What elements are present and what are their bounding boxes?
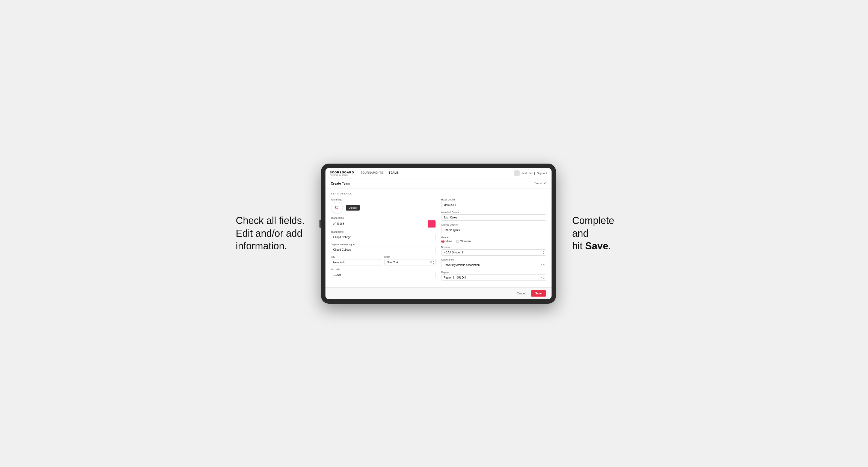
color-field — [331, 220, 436, 228]
right-annotation: Complete and hit Save. — [572, 214, 632, 253]
right-column: Head Coach Assistant Coach Athletic Dire… — [441, 198, 546, 283]
state-subgroup: State ✕ ▲ ▼ — [384, 256, 436, 266]
state-clear-icon[interactable]: ✕ — [430, 261, 432, 263]
state-input[interactable] — [384, 259, 436, 266]
upload-button[interactable]: Upload — [346, 205, 360, 211]
display-name-label: Display name (unique) — [331, 243, 436, 246]
modal-cancel-header[interactable]: Cancel ✕ — [533, 182, 546, 185]
division-select-wrapper: ▲ ▼ — [441, 249, 546, 256]
head-coach-input[interactable] — [441, 202, 546, 208]
conference-group: Conference ✕ ▲ ▼ — [441, 258, 546, 268]
mens-label: Mens — [445, 240, 452, 243]
nav-links: TOURNAMENTS TEAMS — [361, 171, 514, 175]
region-select-wrapper: ✕ ▲ ▼ — [441, 275, 546, 281]
color-swatch[interactable] — [428, 220, 436, 228]
team-name-group: Team name — [331, 230, 436, 240]
conference-arrow-up-icon[interactable]: ▲ — [543, 263, 545, 265]
zip-code-group: Zip code — [331, 268, 436, 278]
team-logo-label: Team logo — [331, 198, 436, 201]
city-state-group: City State ✕ — [331, 256, 436, 266]
cancel-button[interactable]: Cancel — [514, 290, 528, 297]
modal-body: TEAM DETAILS Team logo C Upload — [326, 188, 552, 287]
assistant-coach-label: Assistant Coach — [441, 211, 546, 214]
state-arrow-down-icon[interactable]: ▼ — [433, 262, 435, 264]
team-name-input[interactable] — [331, 234, 436, 240]
left-text-line2: Edit and/or add — [236, 228, 302, 239]
user-name: Test User | — [522, 172, 535, 175]
assistant-coach-input[interactable] — [441, 214, 546, 221]
division-arrow-down-icon[interactable]: ▼ — [542, 253, 545, 254]
city-input[interactable] — [331, 259, 382, 266]
left-text-line3: information. — [236, 240, 287, 251]
region-label: Region — [441, 271, 546, 274]
city-state-row: City State ✕ — [331, 256, 436, 266]
modal-title: Create Team — [331, 182, 350, 185]
division-group: Division ▲ ▼ — [441, 246, 546, 256]
section-label: TEAM DETAILS — [331, 192, 546, 195]
state-arrow-up-icon[interactable]: ▲ — [433, 260, 435, 262]
user-avatar — [514, 170, 520, 176]
conference-clear-icon[interactable]: ✕ — [540, 263, 542, 266]
tablet-frame: SCOREBOARD Powered by clippit TOURNAMENT… — [321, 164, 556, 304]
team-logo-circle: C — [331, 202, 343, 214]
save-button[interactable]: Save — [531, 290, 546, 297]
nav-user-area: Test User | Sign out — [514, 170, 547, 176]
nav-teams[interactable]: TEAMS — [389, 171, 399, 175]
gender-womens-option[interactable]: Womens — [456, 240, 471, 243]
conference-select-wrapper: ✕ ▲ ▼ — [441, 262, 546, 268]
city-subgroup: City — [331, 256, 382, 266]
division-input[interactable] — [441, 249, 546, 256]
sign-out-link[interactable]: Sign out — [537, 172, 547, 175]
team-name-label: Team name — [331, 230, 436, 233]
cancel-label: Cancel — [533, 182, 542, 185]
logo-title: SCOREBOARD — [330, 171, 354, 174]
close-icon[interactable]: ✕ — [544, 182, 546, 185]
city-label: City — [331, 256, 382, 258]
gender-mens-option[interactable]: Mens — [441, 240, 452, 243]
team-logo-group: Team logo C Upload — [331, 198, 436, 214]
right-text-period: . — [608, 240, 611, 251]
region-input[interactable] — [441, 275, 546, 281]
modal-header: Create Team Cancel ✕ — [326, 179, 552, 188]
tablet-screen: SCOREBOARD Powered by clippit TOURNAMENT… — [326, 168, 552, 299]
athletic-director-group: Athletic Director — [441, 223, 546, 233]
state-controls: ✕ ▲ ▼ — [430, 260, 435, 264]
womens-label: Womens — [460, 240, 471, 243]
left-text-line1: Check all fields. — [236, 215, 305, 226]
nav-tournaments[interactable]: TOURNAMENTS — [361, 171, 383, 175]
save-emphasis: Save — [585, 240, 608, 251]
division-arrow-up-icon[interactable]: ▲ — [542, 250, 545, 252]
left-annotation: Check all fields. Edit and/or add inform… — [236, 214, 305, 253]
state-label: State — [384, 256, 436, 258]
mens-radio[interactable] — [441, 240, 444, 243]
display-name-input[interactable] — [331, 247, 436, 253]
navbar: SCOREBOARD Powered by clippit TOURNAMENT… — [326, 168, 552, 179]
modal-footer: Cancel Save — [326, 287, 552, 299]
zip-label: Zip code — [331, 268, 436, 271]
team-colour-input[interactable] — [331, 221, 428, 227]
logo-area: C Upload — [331, 202, 436, 214]
state-arrows: ▲ ▼ — [433, 260, 435, 264]
region-arrow-down-icon[interactable]: ▼ — [543, 278, 545, 280]
conference-input[interactable] — [441, 262, 546, 268]
division-label: Division — [441, 246, 546, 249]
gender-group: Gender Mens Womens — [441, 236, 546, 243]
athletic-director-input[interactable] — [441, 227, 546, 233]
region-controls: ✕ ▲ ▼ — [540, 276, 545, 280]
head-coach-label: Head Coach — [441, 198, 546, 201]
logo-letter: C — [335, 205, 339, 211]
left-column: Team logo C Upload Team colour — [331, 198, 436, 283]
womens-radio[interactable] — [456, 240, 459, 243]
conference-label: Conference — [441, 258, 546, 261]
form-columns: Team logo C Upload Team colour — [331, 198, 546, 283]
conference-arrow-down-icon[interactable]: ▼ — [543, 265, 545, 267]
conference-arrows: ▲ ▼ — [543, 263, 545, 267]
conference-controls: ✕ ▲ ▼ — [540, 263, 545, 267]
region-clear-icon[interactable]: ✕ — [540, 276, 542, 279]
region-arrow-up-icon[interactable]: ▲ — [543, 276, 545, 277]
team-colour-group: Team colour — [331, 217, 436, 228]
right-text-line2: hit — [572, 240, 585, 251]
zip-input[interactable] — [331, 272, 436, 278]
athletic-director-label: Athletic Director — [441, 223, 546, 226]
right-text-line1: Complete and — [572, 215, 614, 239]
